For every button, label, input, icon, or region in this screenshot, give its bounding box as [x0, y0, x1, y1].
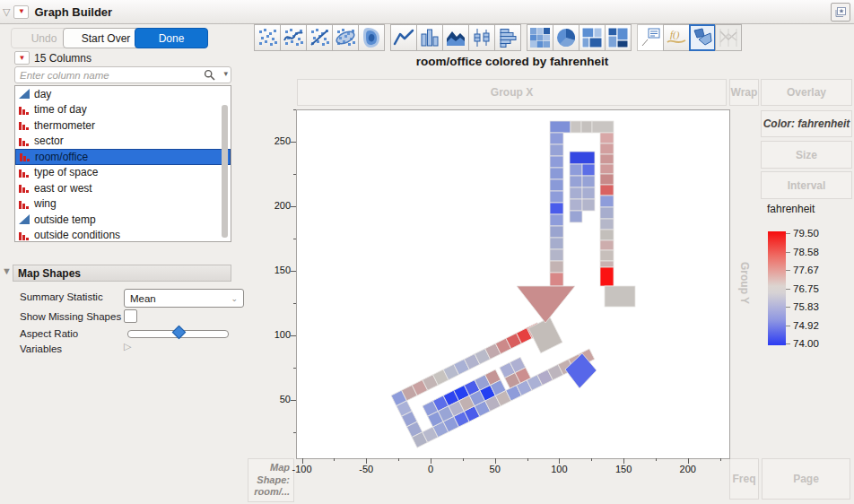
show-missing-shapes-checkbox[interactable]	[124, 309, 137, 323]
dropzone-group-x[interactable]: Group X	[297, 79, 727, 106]
search-options-caret-icon[interactable]: ▾	[223, 69, 228, 78]
map-room-cell[interactable]	[600, 143, 614, 154]
list-scrollbar-thumb[interactable]	[222, 105, 228, 238]
map-room-cell[interactable]	[600, 250, 614, 261]
map-room-cell[interactable]	[570, 199, 582, 211]
map-room-cell[interactable]	[600, 133, 614, 143]
mosaic-icon	[607, 27, 629, 48]
map-room-cell[interactable]	[582, 187, 595, 199]
dropzone-freq[interactable]: Freq	[729, 458, 759, 500]
tool-area-button[interactable]	[442, 24, 469, 51]
map-room-cell[interactable]	[550, 273, 563, 286]
map-room-cell[interactable]	[600, 185, 614, 196]
map-room-cell[interactable]	[550, 226, 563, 238]
column-item-outside-conditions[interactable]: outside conditions	[15, 228, 231, 244]
done-button[interactable]: Done	[135, 28, 208, 48]
column-item-time-of-day[interactable]: time of day	[15, 102, 231, 118]
dropzone-group-y[interactable]: Group Y	[729, 109, 759, 457]
map-room-cell[interactable]	[600, 174, 614, 185]
tool-scatter-button[interactable]	[254, 24, 281, 51]
dropzone-size[interactable]: Size	[761, 141, 852, 169]
tool-bar-button[interactable]	[416, 24, 443, 51]
tool-ellipse-button[interactable]	[332, 24, 359, 51]
column-item-sector[interactable]: sector	[15, 134, 231, 150]
map-room-cell[interactable]	[550, 144, 563, 156]
aspect-ratio-slider-thumb[interactable]	[171, 326, 186, 340]
map-room-cell[interactable]	[550, 156, 563, 168]
map-shapes-disclosure-icon[interactable]: ▼	[2, 265, 12, 276]
aspect-ratio-slider[interactable]	[127, 330, 229, 338]
map-room-cell[interactable]	[550, 261, 563, 273]
tool-map-shapes-button[interactable]	[689, 24, 716, 51]
summary-statistic-dropdown[interactable]: Mean ⌄	[124, 289, 244, 308]
map-room-shape[interactable]	[517, 286, 575, 323]
map-room-cell[interactable]	[550, 168, 563, 179]
column-item-room-office[interactable]: room/office	[15, 149, 231, 165]
map-room-cell[interactable]	[550, 238, 563, 249]
columns-menu-button[interactable]: ▼	[14, 51, 30, 65]
tool-pie-button[interactable]	[553, 24, 580, 51]
save-layout-button[interactable]	[831, 3, 850, 22]
map-room-cell[interactable]	[592, 121, 614, 133]
dropzone-wrap[interactable]: Wrap	[729, 79, 759, 106]
map-room-cell[interactable]	[600, 154, 614, 164]
tool-histogram-button[interactable]	[494, 24, 521, 51]
show-missing-shapes-label: Show Missing Shapes	[20, 311, 121, 322]
map-room-cell[interactable]	[600, 267, 614, 286]
tool-line-of-fit-button[interactable]	[306, 24, 333, 51]
column-item-wing[interactable]: wing	[15, 196, 231, 213]
map-room-cell[interactable]	[550, 133, 563, 144]
map-room-cell[interactable]	[600, 196, 614, 207]
map-room-cell[interactable]	[550, 179, 563, 191]
map-room-cell[interactable]	[600, 207, 614, 219]
graph-builder-menu-button[interactable]: ▼	[13, 5, 29, 19]
column-item-type-of-space[interactable]: type of space	[15, 165, 231, 181]
dropzone-color[interactable]: Color: fahrenheit	[761, 110, 852, 137]
tool-box-plot-button[interactable]	[468, 24, 495, 51]
map-room-cell[interactable]	[582, 164, 595, 176]
tool-treemap-button[interactable]	[579, 24, 606, 51]
map-room-cell[interactable]	[570, 211, 582, 222]
map-shapes-header[interactable]: Map Shapes	[13, 265, 231, 282]
column-item-outside-temp[interactable]: outside temp	[15, 212, 231, 228]
plot-area[interactable]	[296, 109, 730, 459]
map-room-cell[interactable]	[571, 121, 581, 133]
tool-smoother-button[interactable]	[280, 24, 307, 51]
tool-formula-button[interactable]: f()	[663, 24, 690, 51]
map-room-cell[interactable]	[570, 176, 582, 187]
map-room-cell[interactable]	[605, 286, 635, 307]
report-disclosure-icon[interactable]: ▽	[3, 6, 10, 18]
dropzone-interval[interactable]: Interval	[761, 171, 852, 199]
tool-line-button[interactable]	[390, 24, 417, 51]
map-room-cell[interactable]	[570, 152, 595, 164]
column-item-day[interactable]: day	[15, 86, 231, 102]
tool-mosaic-button[interactable]	[605, 24, 632, 51]
map-room-cell[interactable]	[600, 219, 614, 230]
column-item-east-or-west[interactable]: east or west	[15, 180, 231, 196]
tool-contour-button[interactable]	[358, 24, 385, 51]
tool-heatmap-button[interactable]	[527, 24, 553, 51]
map-room-cell[interactable]	[550, 121, 571, 133]
map-room-cell[interactable]	[550, 249, 563, 261]
map-room-cell[interactable]	[600, 261, 614, 267]
map-room-cell[interactable]	[582, 199, 595, 211]
map-room-cell[interactable]	[581, 121, 592, 133]
map-room-cell[interactable]	[600, 164, 614, 174]
variables-disclosure-icon[interactable]: ▷	[124, 341, 131, 352]
map-room-cell[interactable]	[600, 230, 614, 240]
column-search-input[interactable]	[14, 66, 231, 83]
map-room-cell[interactable]	[582, 176, 595, 187]
map-room-cell[interactable]	[570, 187, 582, 199]
dropzone-page[interactable]: Page	[762, 458, 850, 500]
dropzone-overlay[interactable]: Overlay	[761, 79, 852, 106]
map-room-cell[interactable]	[570, 164, 582, 176]
map-room-cell[interactable]	[550, 203, 563, 214]
map-room-cell[interactable]	[600, 240, 614, 250]
search-icon[interactable]	[204, 69, 215, 81]
map-room-cell[interactable]	[550, 214, 563, 226]
map-room-cell[interactable]	[550, 191, 563, 203]
column-item-thermometer[interactable]: thermometer	[15, 117, 231, 134]
legend-gradient-bar[interactable]	[768, 231, 786, 345]
tool-parallel-button[interactable]	[715, 24, 742, 51]
tool-caption-box-button[interactable]	[637, 24, 664, 51]
